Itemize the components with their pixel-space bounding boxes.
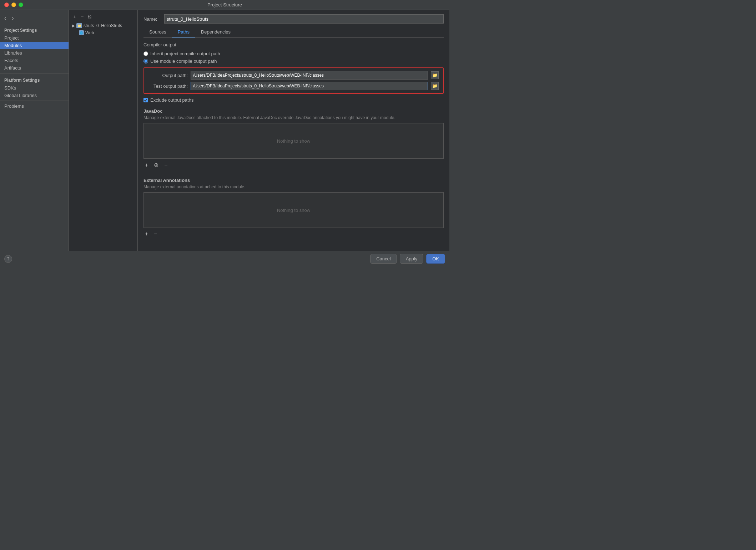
- radio-use-module[interactable]: Use module compile output path: [143, 58, 444, 64]
- ext-annotations-toolbar: + −: [143, 230, 444, 238]
- close-button[interactable]: [4, 2, 9, 7]
- module-child-item[interactable]: 🌐 Web: [69, 29, 137, 36]
- javadoc-add-config-button[interactable]: ⊕: [152, 161, 160, 169]
- javadoc-toolbar: + ⊕ −: [143, 161, 444, 169]
- compiler-output-section: Compiler output Inherit project compile …: [143, 42, 444, 108]
- output-path-row: Output path: 📁: [148, 71, 439, 80]
- sidebar-item-modules[interactable]: Modules: [0, 42, 69, 49]
- compiler-output-title: Compiler output: [143, 42, 444, 47]
- name-input[interactable]: [164, 14, 444, 24]
- ext-annotations-nothing-to-show: Nothing to show: [277, 208, 310, 213]
- name-label: Name:: [143, 16, 161, 22]
- radio-use-module-label: Use module compile output path: [150, 58, 217, 64]
- javadoc-remove-button[interactable]: −: [163, 161, 169, 169]
- javadoc-empty-panel: Nothing to show: [143, 123, 444, 159]
- exclude-label: Exclude output paths: [150, 97, 193, 103]
- sidebar-item-artifacts[interactable]: Artifacts: [0, 64, 69, 72]
- help-button[interactable]: ?: [4, 255, 12, 263]
- test-output-path-folder-button[interactable]: 📁: [431, 82, 439, 90]
- sidebar-item-sdks[interactable]: SDKs: [0, 84, 69, 92]
- project-settings-label: Project Settings: [0, 25, 69, 34]
- window-title: Project Structure: [207, 2, 242, 7]
- maximize-button[interactable]: [19, 2, 23, 7]
- exclude-checkbox[interactable]: [143, 98, 148, 102]
- modules-tree-panel: + − ⎘ ▶ 📁 struts_0_HelloStruts 🌐 Web: [69, 10, 138, 251]
- web-label: Web: [85, 30, 94, 35]
- copy-module-button[interactable]: ⎘: [87, 13, 92, 20]
- name-row: Name:: [143, 14, 444, 24]
- apply-button[interactable]: Apply: [400, 254, 424, 264]
- bottom-bar: ? Cancel Apply OK: [0, 251, 449, 266]
- tab-paths[interactable]: Paths: [172, 27, 195, 37]
- sidebar-item-facets[interactable]: Facets: [0, 57, 69, 64]
- ok-button[interactable]: OK: [426, 254, 445, 264]
- javadoc-nothing-to-show: Nothing to show: [277, 138, 310, 144]
- module-folder-icon: 📁: [76, 23, 82, 28]
- javadoc-description: Manage external JavaDocs attached to thi…: [143, 115, 444, 120]
- external-annotations-section: External Annotations Manage external ann…: [143, 178, 444, 242]
- remove-module-button[interactable]: −: [79, 13, 85, 20]
- sidebar-item-libraries[interactable]: Libraries: [0, 49, 69, 57]
- web-icon: 🌐: [79, 30, 84, 35]
- exclude-checkbox-row: Exclude output paths: [143, 97, 444, 103]
- tab-dependencies[interactable]: Dependencies: [195, 27, 236, 37]
- minimize-button[interactable]: [11, 2, 16, 7]
- javadoc-add-button[interactable]: +: [143, 161, 150, 169]
- forward-button[interactable]: ›: [10, 14, 15, 22]
- tab-sources[interactable]: Sources: [143, 27, 172, 37]
- sidebar-item-project[interactable]: Project: [0, 34, 69, 42]
- output-path-label: Output path:: [148, 73, 188, 78]
- javadoc-section: JavaDoc Manage external JavaDocs attache…: [143, 108, 444, 173]
- sidebar-item-global-libraries[interactable]: Global Libraries: [0, 92, 69, 99]
- title-bar: Project Structure: [0, 0, 449, 10]
- test-output-path-input[interactable]: [191, 82, 428, 90]
- cancel-button[interactable]: Cancel: [370, 254, 397, 264]
- test-output-path-row: Test output path: 📁: [148, 82, 439, 90]
- platform-settings-label: Platform Settings: [0, 75, 69, 84]
- javadoc-title: JavaDoc: [143, 108, 444, 114]
- radio-inherit[interactable]: Inherit project compile output path: [143, 51, 444, 56]
- add-module-button[interactable]: +: [72, 13, 78, 20]
- radio-group: Inherit project compile output path Use …: [143, 51, 444, 64]
- paths-box: Output path: 📁 Test output path: 📁: [143, 67, 444, 94]
- test-output-path-label: Test output path:: [148, 83, 188, 89]
- sidebar: ‹ › Project Settings Project Modules Lib…: [0, 10, 69, 251]
- module-tree-item[interactable]: ▶ 📁 struts_0_HelloStruts: [69, 22, 137, 29]
- tabs-row: Sources Paths Dependencies: [143, 27, 444, 38]
- module-name: struts_0_HelloStruts: [84, 23, 122, 28]
- back-button[interactable]: ‹: [3, 14, 7, 22]
- ext-annotations-title: External Annotations: [143, 178, 444, 183]
- output-path-input[interactable]: [191, 71, 428, 80]
- sidebar-item-problems[interactable]: Problems: [0, 102, 69, 110]
- ext-annotations-empty-panel: Nothing to show: [143, 192, 444, 228]
- ext-annotations-add-button[interactable]: +: [143, 230, 150, 238]
- main-content: Name: Sources Paths Dependencies Compile…: [138, 10, 449, 251]
- output-path-folder-button[interactable]: 📁: [431, 71, 439, 79]
- radio-inherit-label: Inherit project compile output path: [150, 51, 220, 56]
- ext-annotations-description: Manage external annotations attached to …: [143, 184, 444, 189]
- ext-annotations-remove-button[interactable]: −: [152, 230, 158, 238]
